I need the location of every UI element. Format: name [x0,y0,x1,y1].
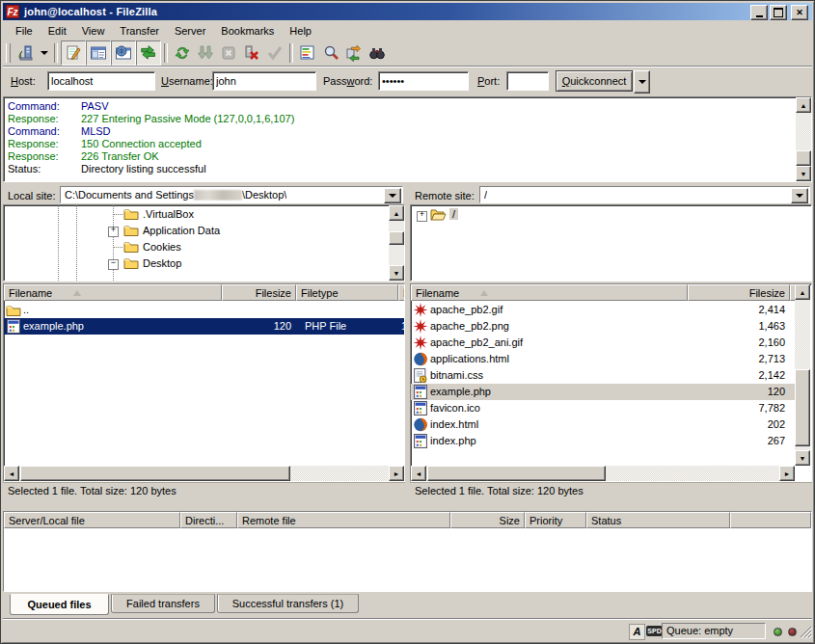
scroll-left-button[interactable]: ◄ [411,466,426,481]
tab-queued-files[interactable]: Queued files [10,594,109,615]
expand-minus-icon[interactable]: − [108,259,119,270]
site-manager-icon [17,44,35,62]
file-row[interactable]: apache_pb2.png 1,463 [411,318,795,335]
menu-file[interactable]: File [8,23,41,39]
file-row[interactable]: index.php 267 [411,433,795,449]
scroll-thumb[interactable] [796,150,811,166]
menu-bookmarks[interactable]: Bookmarks [213,23,282,39]
scroll-down-button[interactable]: ▼ [795,450,810,466]
remote-site-dropdown-button[interactable] [791,188,808,203]
title-bar[interactable]: Fz john@localhost - FileZilla ✕ [3,3,812,20]
refresh-button[interactable] [171,41,194,65]
local-tree-panel[interactable]: .VirtualBox + Application Data Cookies −… [3,204,405,282]
scroll-right-button[interactable]: ► [389,466,404,481]
port-label: Port: [477,75,500,87]
toolbar-separator [289,43,293,63]
file-row[interactable]: applications.html 2,713 [411,351,795,367]
close-button[interactable]: ✕ [791,5,808,20]
find-files-button[interactable] [366,41,389,65]
tab-successful-transfers[interactable]: Successful transfers (1) [217,594,359,613]
expand-plus-icon[interactable]: + [108,227,119,237]
remote-site-combobox[interactable]: / [479,186,810,203]
scroll-thumb[interactable] [795,369,810,446]
queue-header-size[interactable]: Size [450,512,525,528]
file-row[interactable]: favicon.ico 7,782 [411,400,795,416]
tree-line [76,205,77,281]
minimize-button[interactable] [750,5,768,20]
scroll-thumb[interactable] [389,231,404,245]
password-input[interactable] [378,71,469,91]
directory-filters-button[interactable] [296,41,319,65]
menu-help[interactable]: Help [282,23,319,39]
file-row-example-php[interactable]: example.php 120 [411,384,795,400]
file-row-example-php[interactable]: example.php 120 PHP File 1 [4,318,404,335]
quickconnect-button[interactable]: Quickconnect [556,70,633,92]
site-manager-button[interactable] [14,41,38,65]
scroll-thumb[interactable] [20,466,290,481]
scroll-thumb[interactable] [427,466,606,481]
menu-edit[interactable]: Edit [41,23,74,39]
queue-header-status[interactable]: Status [586,512,730,528]
file-row[interactable]: bitnami.css 2,142 [411,367,795,384]
tab-failed-transfers[interactable]: Failed transfers [111,594,215,613]
column-header-filename[interactable]: Filename [4,284,222,301]
scroll-left-button[interactable]: ◄ [4,466,19,481]
column-header-filetype[interactable]: Filetype [296,284,398,301]
status-bar: A SPD Queue: empty [3,618,812,642]
file-row[interactable]: index.html 202 [411,416,795,433]
column-header-filesize[interactable]: Filesize [222,284,296,301]
port-input[interactable] [506,71,549,91]
toggle-transfer-queue-button[interactable] [136,40,161,66]
disconnect-button[interactable] [240,41,263,65]
scroll-up-button[interactable]: ▲ [389,205,404,221]
toggle-message-log-button[interactable] [61,40,86,66]
speed-limit-icon[interactable]: SPD [646,626,663,636]
menu-server[interactable]: Server [167,23,213,39]
cancel-operation-button[interactable] [217,41,240,65]
scroll-down-button[interactable]: ▼ [389,265,404,281]
synchronized-browsing-button[interactable] [342,41,366,65]
scroll-up-button[interactable]: ▲ [796,97,811,113]
menu-transfer[interactable]: Transfer [112,23,167,39]
expand-plus-icon[interactable]: + [417,211,427,222]
toggle-local-tree-button[interactable] [86,40,111,66]
toolbar-gripper[interactable] [6,43,11,63]
queue-header-remote-file[interactable]: Remote file [237,512,450,528]
local-site-combobox[interactable]: C:\Documents and Settings\Desktop\ [60,186,403,203]
directory-comparison-button[interactable] [319,41,342,65]
file-row[interactable]: apache_pb2_ani.gif 2,160 [411,335,795,351]
transfer-queue-panel[interactable]: Server/Local file Directi... Remote file… [3,511,812,592]
file-row-parent-dir[interactable]: .. [4,302,389,318]
queue-header-server-local-file[interactable]: Server/Local file [4,512,180,528]
close-icon: ✕ [796,9,803,17]
resize-grip[interactable] [800,626,812,638]
local-site-path: C:\Documents and Settings\Desktop\ [65,189,286,201]
site-manager-dropdown-button[interactable] [38,41,51,65]
process-queue-button[interactable] [194,41,217,65]
scroll-right-button[interactable]: ► [779,466,795,481]
file-row[interactable]: apache_pb2.gif 2,414 [411,302,795,318]
queue-size-indicator: Queue: empty [662,623,766,639]
local-site-dropdown-button[interactable] [384,188,401,203]
queue-header-direction[interactable]: Directi... [180,512,237,528]
queue-header-priority[interactable]: Priority [525,512,586,528]
local-file-list[interactable]: Filename Filesize Filetype L .. example.… [3,283,405,482]
remote-file-list[interactable]: Filename Filesize apache_pb2.gif 2,414 a… [410,283,812,482]
column-header-filesize[interactable]: Filesize [688,284,790,301]
host-input[interactable] [47,71,155,91]
column-header-filename[interactable]: Filename [411,284,688,301]
username-input[interactable] [212,71,316,91]
transfer-type-icon[interactable]: A [629,624,645,640]
menu-view[interactable]: View [74,23,113,39]
remote-tree-panel[interactable]: + / [410,204,812,282]
scroll-up-button[interactable]: ▲ [795,284,810,300]
quickconnect-dropdown-button[interactable] [634,70,650,94]
column-header-lastmodified[interactable]: L [398,284,405,301]
reconnect-button[interactable] [263,41,286,65]
toolbar-separator [54,43,58,63]
toggle-remote-tree-button[interactable] [111,40,136,66]
tree-line [58,205,59,281]
maximize-button[interactable] [770,5,787,20]
message-log-icon [65,44,82,62]
scroll-down-button[interactable]: ▼ [796,166,811,181]
